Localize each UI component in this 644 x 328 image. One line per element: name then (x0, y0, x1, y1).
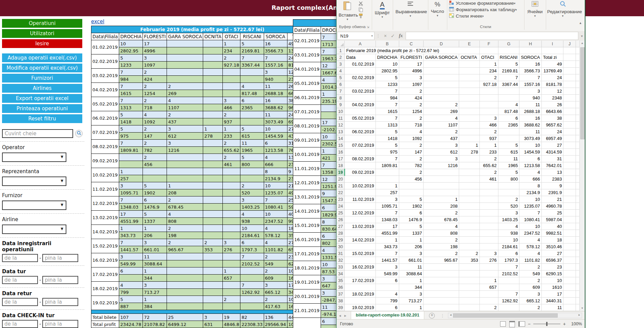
cell[interactable]: 3 (375, 196, 399, 203)
search-input[interactable] (2, 129, 73, 138)
cell[interactable] (563, 230, 576, 237)
cell[interactable]: 233 (479, 149, 498, 156)
conditional-formatting-button[interactable]: Условное форматирование ▾ (449, 0, 515, 6)
cell[interactable]: 7642.01 (541, 162, 563, 169)
cell[interactable] (563, 298, 576, 304)
cell[interactable]: 10 (498, 237, 519, 243)
cell[interactable] (424, 277, 459, 284)
cell[interactable]: 05.02.2019 (345, 115, 375, 122)
cell[interactable]: 3 (519, 291, 541, 298)
cell[interactable]: 661.01 (399, 257, 424, 264)
cell[interactable]: 234 (479, 68, 498, 74)
cell[interactable] (479, 196, 498, 203)
cell[interactable] (424, 81, 459, 88)
cell[interactable] (459, 176, 479, 183)
header-cell[interactable]: Total zi (541, 54, 563, 61)
cell[interactable]: 2 (479, 128, 498, 135)
cell[interactable] (459, 264, 479, 271)
cell[interactable]: 23 (541, 264, 563, 271)
cell[interactable]: 5 (498, 61, 519, 68)
cell[interactable]: 4 (424, 115, 459, 122)
cell[interactable]: 16 (519, 61, 541, 68)
cell[interactable] (459, 74, 479, 81)
cell[interactable]: 3 (479, 250, 498, 257)
cell[interactable] (424, 284, 459, 291)
cell[interactable] (479, 298, 498, 304)
cell[interactable]: 40 (541, 223, 563, 230)
cell[interactable]: 269 (424, 108, 459, 115)
cell[interactable]: 4314.59 (541, 149, 563, 156)
cell[interactable]: 7 (375, 101, 399, 108)
cell[interactable]: 25 (541, 210, 563, 216)
filter-select-operator[interactable]: ▼ (2, 153, 66, 162)
cell[interactable]: 12 (541, 88, 563, 95)
cell[interactable] (563, 169, 576, 176)
cell[interactable]: 4 (375, 291, 399, 298)
cell[interactable]: 7 (519, 210, 541, 216)
cell[interactable] (345, 68, 375, 74)
cell[interactable] (563, 162, 576, 169)
cell[interactable]: 9982.51 (541, 230, 563, 237)
cell[interactable]: 2 (479, 156, 498, 162)
row-header-37[interactable]: 37 (337, 291, 345, 298)
cell[interactable]: 11 (541, 304, 563, 311)
cell[interactable]: 4 (519, 250, 541, 257)
cell[interactable]: 1101.82 (519, 257, 541, 264)
column-header-B[interactable]: B (375, 41, 399, 47)
cell[interactable]: 1 (375, 183, 399, 189)
cell[interactable]: 4 (399, 128, 424, 135)
font-group-button[interactable]: А Шрифт ▾ (373, 1, 391, 19)
cell[interactable]: 5 (375, 74, 399, 81)
header-cell[interactable]: OTACI (479, 54, 498, 61)
cell[interactable]: 2 (424, 250, 459, 257)
date-from-input[interactable] (2, 298, 38, 306)
header-cell[interactable]: OCNITA (459, 54, 479, 61)
vertical-scroll-thumb[interactable] (580, 47, 585, 139)
cell[interactable]: 1965 (498, 162, 519, 169)
editing-group-button[interactable]: Редактирование ▾ (547, 1, 578, 18)
row-header-1[interactable]: 1 (337, 47, 345, 54)
cell[interactable] (563, 54, 576, 61)
cell[interactable] (563, 250, 576, 257)
cell[interactable]: 8181.78 (541, 81, 563, 88)
cell[interactable] (563, 189, 576, 196)
cell[interactable] (498, 47, 519, 54)
cell[interactable]: 1 (479, 61, 498, 68)
cell[interactable] (479, 291, 498, 298)
row-header-19[interactable]: 19 (337, 169, 345, 176)
sheet-nav-arrows[interactable]: ◄► (338, 314, 349, 318)
cell[interactable]: 2 (479, 169, 498, 176)
cell[interactable] (424, 189, 459, 196)
cell[interactable] (479, 237, 498, 243)
scroll-right-icon[interactable]: ► (577, 313, 582, 317)
cell[interactable]: 2 (399, 101, 424, 108)
sidebar-button-printeaza-operatiuni[interactable]: Printeaza operatiuni (2, 104, 82, 113)
cell[interactable] (479, 183, 498, 189)
cell[interactable] (459, 95, 479, 101)
row-header-20[interactable]: 20 (337, 176, 345, 183)
cell[interactable]: 2391.9 (541, 189, 563, 196)
cell[interactable]: 206 (399, 243, 424, 250)
cell[interactable]: 520 (498, 203, 519, 210)
row-header-9[interactable]: 9 (337, 101, 345, 108)
row-header-2[interactable]: 2 (337, 54, 345, 61)
cell-name-box[interactable]: N19▾ (337, 32, 374, 40)
cell[interactable]: 938 (498, 230, 519, 237)
cell[interactable]: 1 (399, 277, 424, 284)
cell[interactable]: 24 (541, 74, 563, 81)
cell[interactable]: 1 (399, 304, 424, 311)
cell[interactable] (563, 74, 576, 81)
cell[interactable] (479, 189, 498, 196)
cell[interactable] (479, 203, 498, 210)
cell[interactable]: 665.12 (519, 298, 541, 304)
row-header-31[interactable]: 31 (337, 250, 345, 257)
sidebar-item-operatiuni[interactable]: Operatiuni (2, 19, 82, 28)
cell[interactable]: 4 (519, 169, 541, 176)
sidebar-item-iesire[interactable]: Iesire (2, 39, 82, 48)
cell[interactable]: 2184.61 (498, 243, 519, 250)
zoom-out-icon[interactable]: − (528, 321, 531, 327)
cell[interactable]: 1213.58 (519, 162, 541, 169)
cell[interactable]: 1 (399, 237, 424, 243)
zoom-slider[interactable] (533, 324, 560, 324)
cell[interactable]: 1233 (375, 81, 399, 88)
